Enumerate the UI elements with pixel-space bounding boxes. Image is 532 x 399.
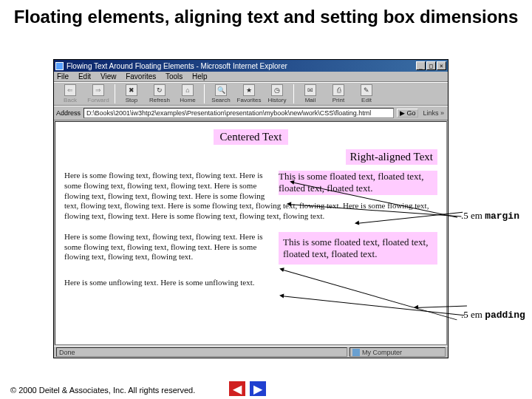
toolbar-sep (293, 84, 294, 103)
next-slide-button[interactable]: ▶ (250, 381, 266, 396)
page-content: Centered Text Right-aligned Text This is… (55, 121, 447, 345)
unflow-text: Here is some unflowing text. Here is som… (64, 278, 437, 288)
stage: Flowing Text Around Floating Elements - … (53, 59, 449, 358)
address-bar: Address D:\Books\2001\iw3htp2\examples\P… (54, 106, 448, 120)
history-button[interactable]: ◷History (263, 84, 291, 103)
home-button[interactable]: ⌂Home (174, 84, 202, 103)
toolbar: ⇐Back ⇒Forward ✖Stop ↻Refresh ⌂Home 🔍Sea… (54, 82, 448, 106)
mail-button[interactable]: ✉Mail (296, 84, 324, 103)
flow-text-2: Here is some flowing text, flowing text,… (64, 232, 263, 262)
float-box-padding: This is some floated text, floated text,… (279, 232, 437, 265)
links-label[interactable]: Links » (421, 109, 446, 117)
paragraph-2: This is some floated text, floated text,… (64, 232, 437, 262)
prev-slide-button[interactable]: ◀ (229, 381, 245, 396)
float-box-margin: This is some floated text, floated text,… (279, 171, 437, 195)
nav-buttons: ◀ ▶ (229, 381, 266, 396)
paragraph-1: This is some floated text, floated text,… (64, 171, 437, 222)
right-heading: Right-aligned Text (346, 149, 437, 165)
edit-button[interactable]: ✎Edit (352, 84, 381, 103)
titlebar: Flowing Text Around Floating Elements - … (54, 60, 448, 72)
ie-icon (55, 62, 64, 70)
stop-button[interactable]: ✖Stop (117, 84, 146, 103)
favorites-button[interactable]: ★Favorites (235, 84, 263, 103)
close-button[interactable]: × (437, 61, 446, 70)
menu-file[interactable]: File (57, 72, 69, 81)
back-button[interactable]: ⇐Back (56, 84, 84, 103)
status-bar: Done My Computer (54, 346, 448, 358)
refresh-button[interactable]: ↻Refresh (146, 84, 174, 103)
address-label: Address (56, 109, 81, 117)
menu-tools[interactable]: Tools (166, 72, 183, 81)
print-button[interactable]: ⎙Print (324, 84, 352, 103)
search-button[interactable]: 🔍Search (207, 84, 235, 103)
status-zone: My Computer (362, 349, 402, 356)
menu-edit[interactable]: Edit (78, 72, 91, 81)
toolbar-sep (115, 84, 115, 103)
address-input[interactable]: D:\Books\2001\iw3htp2\examples\Presentat… (83, 108, 394, 118)
computer-icon (352, 349, 360, 356)
menu-view[interactable]: View (100, 72, 117, 81)
copyright: © 2000 Deitel & Associates, Inc. All rig… (10, 386, 195, 395)
menu-favorites[interactable]: Favorites (126, 72, 156, 81)
go-button[interactable]: ▶ Go (397, 109, 419, 117)
toolbar-sep (204, 84, 205, 103)
annotation-padding: .5 em padding (461, 309, 525, 321)
slide-title: Floating elements, aligning text and set… (0, 0, 532, 31)
ie-window: Flowing Text Around Floating Elements - … (53, 59, 449, 358)
minimize-button[interactable]: _ (416, 61, 426, 70)
centered-heading: Centered Text (214, 129, 287, 145)
forward-button[interactable]: ⇒Forward (84, 84, 112, 103)
status-done: Done (59, 349, 75, 356)
maximize-button[interactable]: □ (426, 61, 436, 70)
window-title: Flowing Text Around Floating Elements - … (66, 62, 415, 70)
annotation-margin: .5 em margin (461, 210, 519, 222)
menubar: File Edit View Favorites Tools Help (54, 72, 448, 82)
menu-help[interactable]: Help (192, 72, 208, 81)
